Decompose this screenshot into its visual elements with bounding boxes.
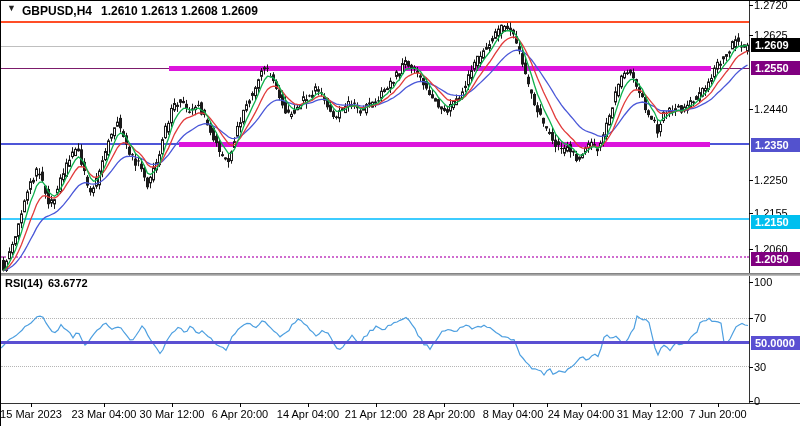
ohlc-quote-label: 1.2610 1.2613 1.2608 1.2609 <box>101 4 258 18</box>
time-tick-label-2: 30 Mar 12:00 <box>140 408 205 421</box>
price-tick-12720: 1.2720 <box>754 0 800 11</box>
labels-layer: ▼ GBPUSD,H41.2610 1.2613 1.2608 1.2609 R… <box>1 1 800 426</box>
time-tick-label-8: 24 May 04:00 <box>548 408 615 421</box>
time-tick-label-6: 28 Apr 20:00 <box>413 408 475 421</box>
bid-price-badge: 1.2609 <box>751 38 800 52</box>
level-badge-12150: 1.2150 <box>751 215 800 229</box>
time-tick-label-5: 21 Apr 12:00 <box>345 408 407 421</box>
rsi-tick-100: 100 <box>754 276 800 288</box>
time-tick-label-7: 8 May 04:00 <box>483 408 544 421</box>
time-tick-label-9: 31 May 12:00 <box>617 408 684 421</box>
level-badge-12550: 1.2550 <box>751 61 800 75</box>
time-tick-label-4: 14 Apr 04:00 <box>277 408 339 421</box>
price-tick-12250: 1.2250 <box>754 174 800 186</box>
time-tick-label-0: 15 Mar 2023 <box>0 408 62 421</box>
time-tick-label-3: 6 Apr 20:00 <box>212 408 268 421</box>
time-tick-label-10: 7 Jun 20:00 <box>689 408 747 421</box>
rsi-name: RSI(14) <box>5 277 43 289</box>
level-badge-12350: 1.2350 <box>751 138 800 152</box>
rsi-tick-70: 70 <box>754 312 800 324</box>
rsi-value: 63.6772 <box>48 277 88 289</box>
symbol-timeframe-label: GBPUSD,H4 <box>22 4 92 18</box>
time-tick-label-1: 23 Mar 04:00 <box>72 408 137 421</box>
rsi-tick-30: 30 <box>754 361 800 373</box>
chart-title: GBPUSD,H41.2610 1.2613 1.2608 1.2609 <box>22 4 258 18</box>
rsi-tick-0: 0 <box>754 395 800 407</box>
trading-chart-window: ▼ GBPUSD,H41.2610 1.2613 1.2608 1.2609 R… <box>0 0 800 426</box>
rsi-indicator-label: RSI(14)63.6772 <box>5 277 88 289</box>
chart-dropdown-icon[interactable]: ▼ <box>7 3 16 13</box>
price-tick-12440: 1.2440 <box>754 103 800 115</box>
level-badge-12050: 1.2050 <box>751 252 800 266</box>
rsi-50-badge: 50.0000 <box>751 336 800 350</box>
